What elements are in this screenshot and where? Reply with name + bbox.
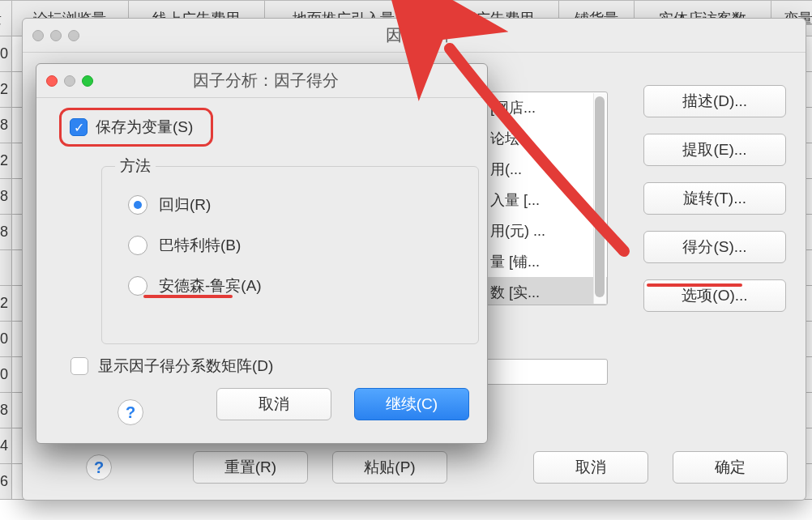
sub-dialog-title: 因子分析：因子得分: [93, 70, 487, 92]
cell[interactable]: 542: [0, 72, 12, 108]
ok-button[interactable]: 确定: [673, 451, 788, 484]
annotation-underline: [647, 283, 742, 287]
radio-button[interactable]: [128, 195, 147, 215]
rotate-button[interactable]: 旋转(T)...: [643, 182, 786, 215]
list-item[interactable]: 数 [实...: [485, 277, 607, 305]
save-as-variable-checkbox[interactable]: ✓: [70, 118, 88, 136]
radio-option[interactable]: 安德森-鲁宾(A): [102, 266, 478, 306]
radio-button[interactable]: [128, 276, 147, 296]
cancel-button[interactable]: 取消: [216, 388, 331, 420]
cell[interactable]: [0, 250, 12, 286]
check-icon: ✓: [74, 120, 84, 135]
paste-button[interactable]: 粘贴(P): [332, 451, 447, 484]
list-item[interactable]: 用(元) ...: [485, 215, 607, 246]
radio-option[interactable]: 回归(R): [102, 185, 478, 225]
cell[interactable]: 068: [0, 215, 12, 250]
minimize-icon[interactable]: [50, 30, 62, 41]
radio-button[interactable]: [128, 236, 147, 255]
list-item[interactable]: 入量 [...: [485, 185, 607, 215]
cell[interactable]: 004: [0, 428, 12, 464]
radio-option[interactable]: 巴特利特(B): [102, 225, 478, 266]
help-button[interactable]: ?: [118, 399, 143, 425]
sub-titlebar: 因子分析：因子得分: [36, 64, 487, 98]
close-icon[interactable]: [32, 30, 44, 41]
zoom-icon[interactable]: [68, 30, 79, 41]
column-header[interactable]: 量: [0, 1, 12, 36]
reset-button[interactable]: 重置(R): [193, 451, 308, 484]
method-legend: 方法: [115, 156, 156, 177]
describe-button[interactable]: 描述(D)...: [643, 85, 786, 117]
radio-label: 安德森-鲁宾(A): [159, 275, 262, 296]
annotation-underline: [143, 295, 233, 298]
right-buttons-column: 描述(D)... 提取(E)... 旋转(T)... 得分(S)... 选项(O…: [643, 85, 786, 328]
list-item[interactable]: 论坛...: [485, 123, 607, 154]
list-item[interactable]: 用(...: [485, 154, 607, 185]
save-as-variable-row[interactable]: ✓ 保存为变量(S): [59, 108, 213, 147]
cell[interactable]: 558: [0, 108, 12, 143]
list-item[interactable]: 量 [铺...: [485, 246, 607, 277]
radio-label: 巴特利特(B): [159, 235, 241, 256]
scrollbar[interactable]: [593, 93, 606, 304]
scores-button[interactable]: 得分(S)...: [643, 231, 786, 263]
extract-button[interactable]: 提取(E)...: [643, 134, 786, 166]
show-matrix-label: 显示因子得分系数矩阵(D): [98, 356, 273, 377]
method-groupbox: 方法 回归(R)巴特利特(B)安德森-鲁宾(A): [101, 166, 479, 344]
traffic-lights: [46, 75, 93, 87]
cell[interactable]: 412: [0, 143, 12, 179]
zoom-icon[interactable]: [82, 75, 93, 87]
main-dialog-title: 因子分析: [79, 24, 806, 46]
cell[interactable]: 742: [0, 286, 12, 322]
cell[interactable]: 830: [0, 322, 12, 357]
cell[interactable]: 046: [0, 464, 12, 500]
scrollbar-thumb[interactable]: [595, 96, 605, 297]
factor-scores-dialog: 因子分析：因子得分 ✓ 保存为变量(S) 方法 回归(R)巴特利特(B)安德森-…: [36, 63, 488, 444]
help-button[interactable]: ?: [86, 454, 112, 480]
show-matrix-checkbox[interactable]: [71, 357, 88, 375]
continue-button[interactable]: 继续(C): [354, 388, 469, 420]
traffic-lights: [32, 30, 79, 41]
cell[interactable]: 720: [0, 357, 12, 393]
radio-label: 回归(R): [159, 194, 211, 215]
variables-list[interactable]: [网店...论坛...用(...入量 [...用(元) ...量 [铺...数 …: [485, 92, 608, 305]
cancel-button[interactable]: 取消: [533, 451, 648, 484]
main-bottom-row: ? 重置(R) 粘贴(P) 取消 确定: [23, 448, 806, 487]
cell[interactable]: 888: [0, 179, 12, 215]
cell[interactable]: 780: [0, 36, 12, 72]
minimize-icon[interactable]: [64, 75, 75, 87]
cell[interactable]: 888: [0, 393, 12, 428]
main-titlebar: 因子分析: [23, 19, 806, 53]
show-matrix-row[interactable]: 显示因子得分系数矩阵(D): [71, 356, 273, 377]
close-icon[interactable]: [46, 75, 58, 87]
sub-bottom-row: ? 取消 继续(C): [36, 394, 487, 430]
list-item[interactable]: [网店...: [485, 92, 607, 123]
save-as-variable-label: 保存为变量(S): [96, 117, 193, 138]
